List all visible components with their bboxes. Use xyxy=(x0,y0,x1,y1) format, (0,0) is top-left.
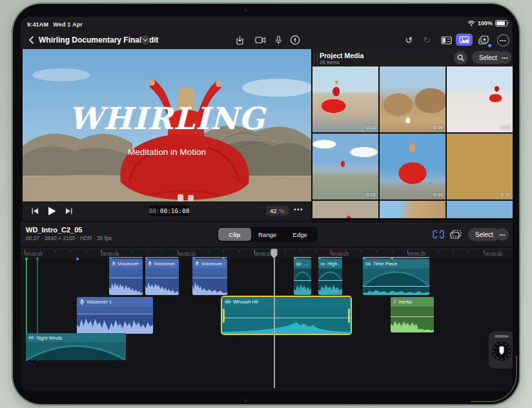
clip-voiceover1[interactable]: Voiceover 1 xyxy=(77,297,153,334)
media-thumbnail[interactable]: 0:02 xyxy=(312,134,378,199)
skip-forward-button[interactable] xyxy=(63,205,74,217)
clip-night-winds[interactable]: Night Winds xyxy=(26,333,126,360)
timeline-header: WD_Intro_C2_05 00:27 · 3840 × 2160 · HDR… xyxy=(21,223,513,246)
media-thumbnail[interactable]: 0:01 xyxy=(380,134,445,199)
mode-edge[interactable]: Edge xyxy=(283,228,316,241)
skip-back-button[interactable] xyxy=(29,205,41,217)
audio-wave-icon xyxy=(28,335,34,340)
ruler-label: 00:00:05 xyxy=(101,252,119,256)
viewer-zoom-control[interactable]: 42% xyxy=(266,206,289,216)
media-thumbnail[interactable] xyxy=(312,201,378,218)
transport-bar: 00:00:16:08 42% ••• xyxy=(23,201,311,220)
effects-button[interactable] xyxy=(476,34,491,46)
playhead-handle[interactable] xyxy=(271,249,278,261)
magnetic-timeline-button-active[interactable] xyxy=(431,228,445,241)
clip-whoosh-hit-selected[interactable]: Whoosh Hit xyxy=(222,297,351,334)
timecode-display[interactable]: 00:00:16:08 xyxy=(149,205,189,216)
browser-panel-button[interactable] xyxy=(439,34,453,46)
more-button-toolbar[interactable]: ••• xyxy=(496,34,510,46)
effects-badge xyxy=(488,44,491,47)
undo-button[interactable]: ↺ xyxy=(402,34,416,46)
ipad-device-frame: 9:41AMWed 1 Apr 100% Whirling Documentar… xyxy=(13,4,519,404)
clip-voiceover2a[interactable]: Voiceover 2 xyxy=(109,259,143,295)
ruler-label: 00:00:00 xyxy=(25,252,43,256)
magnetic-timeline-icon xyxy=(433,230,444,239)
connect-clips-button[interactable] xyxy=(449,228,463,241)
media-thumbnail[interactable]: 0:02 xyxy=(447,66,513,132)
media-thumbnail[interactable] xyxy=(380,201,445,218)
jog-handle[interactable] xyxy=(495,335,509,338)
media-thumbnail[interactable]: 0:10 xyxy=(447,134,513,199)
viewer-panel-button-active[interactable] xyxy=(456,34,473,46)
edit-mode-segmented-control: Clip Range Edge xyxy=(217,227,318,242)
search-icon xyxy=(457,54,464,61)
battery-percent: 100% xyxy=(478,20,493,26)
jog-dial[interactable] xyxy=(491,340,513,362)
clip-voiceover3[interactable]: Voiceover 3 xyxy=(192,259,227,295)
play-button[interactable] xyxy=(46,205,57,217)
ipad-mockup: 9:41AMWed 1 Apr 100% Whirling Documentar… xyxy=(0,0,532,408)
mic-icon xyxy=(79,299,85,305)
project-media-count: 26 Items xyxy=(320,59,340,65)
playhead-line[interactable] xyxy=(274,249,275,388)
overlap-clips-icon xyxy=(450,230,462,239)
export-icon xyxy=(236,36,244,45)
redo-button[interactable]: ↻ xyxy=(420,34,434,46)
mic-icon xyxy=(148,261,152,267)
video-camera-icon xyxy=(255,36,266,44)
chevron-down-icon xyxy=(143,38,148,42)
ruler-label: 00:00:30 xyxy=(485,252,502,256)
timeline-ruler[interactable]: 00:00:00 00:00:05 00:00:10 00:00:15 00:0… xyxy=(21,249,513,258)
audio-wave-icon xyxy=(320,261,325,267)
music-note-icon: ♪ xyxy=(393,299,396,305)
project-media-header: Project Media 26 Items Select ••• xyxy=(312,49,513,66)
project-media-panel: Project Media 26 Items Select ••• 0:02 0… xyxy=(312,49,513,218)
video-subtitle-text: Meditation in Motion xyxy=(23,147,311,157)
export-button[interactable] xyxy=(232,34,247,46)
trim-handle-right[interactable] xyxy=(348,309,350,323)
clip-inertia[interactable]: ♪Inertia xyxy=(391,297,434,332)
ruler-label: 00:00:25 xyxy=(408,252,425,256)
pencil-circle-icon xyxy=(290,35,300,45)
mic-icon xyxy=(112,261,116,267)
mode-clip[interactable]: Clip xyxy=(218,228,251,241)
clip-voiceover2b[interactable]: Voiceover 2 xyxy=(145,259,179,295)
clock: 9:41AM xyxy=(27,21,48,28)
timeline-tracks: Voiceover 2 Voiceover 2 Voiceover 3 … xyxy=(21,258,513,391)
project-title-menu-button[interactable] xyxy=(141,36,150,45)
pencil-tools-button[interactable] xyxy=(288,34,302,46)
timeline-clip-name: WD_Intro_C2_05 xyxy=(26,226,82,234)
clip-timepiece[interactable]: Time Piece xyxy=(363,259,429,295)
bottom-sensor xyxy=(244,399,247,402)
media-more-button[interactable]: ••• xyxy=(498,51,511,64)
clip-truncated[interactable]: … xyxy=(294,259,311,295)
microphone-icon xyxy=(275,36,282,45)
wifi-icon xyxy=(467,21,475,26)
back-button[interactable] xyxy=(26,34,37,46)
photo-viewer-icon xyxy=(459,36,469,43)
voiceover-button[interactable] xyxy=(271,34,285,46)
timeline-panel: WD_Intro_C2_05 00:27 · 3840 × 2160 · HDR… xyxy=(21,220,513,391)
mode-range[interactable]: Range xyxy=(251,228,284,241)
media-search-button[interactable] xyxy=(454,51,467,65)
trim-handle-left[interactable] xyxy=(223,309,225,323)
audio-wave-icon xyxy=(296,261,302,267)
video-viewer[interactable]: WHIRLING Meditation in Motion xyxy=(23,49,311,201)
front-camera xyxy=(244,8,247,12)
media-grid: 0:02 0:09 0:02 0:02 0:01 0:10 xyxy=(312,66,513,218)
media-thumbnail[interactable]: 0:02 xyxy=(312,66,378,132)
clip-high[interactable]: High… xyxy=(318,259,342,295)
media-thumbnail[interactable] xyxy=(447,201,513,218)
ruler-label: 00:00:10 xyxy=(178,252,196,256)
media-thumbnail[interactable]: 0:09 xyxy=(380,66,445,132)
transport-more-button[interactable]: ••• xyxy=(294,205,303,213)
ruler-label: 00:00:15 xyxy=(254,252,272,256)
browser-layout-icon xyxy=(441,36,452,45)
video-title-text: WHIRLING xyxy=(23,103,311,134)
camera-button[interactable] xyxy=(253,34,267,46)
audio-wave-icon xyxy=(365,261,371,267)
panel-grab-handle[interactable] xyxy=(314,53,318,63)
timeline-more-button[interactable]: ••• xyxy=(496,228,509,241)
jog-wheel[interactable] xyxy=(489,331,513,369)
battery-icon xyxy=(495,20,507,26)
